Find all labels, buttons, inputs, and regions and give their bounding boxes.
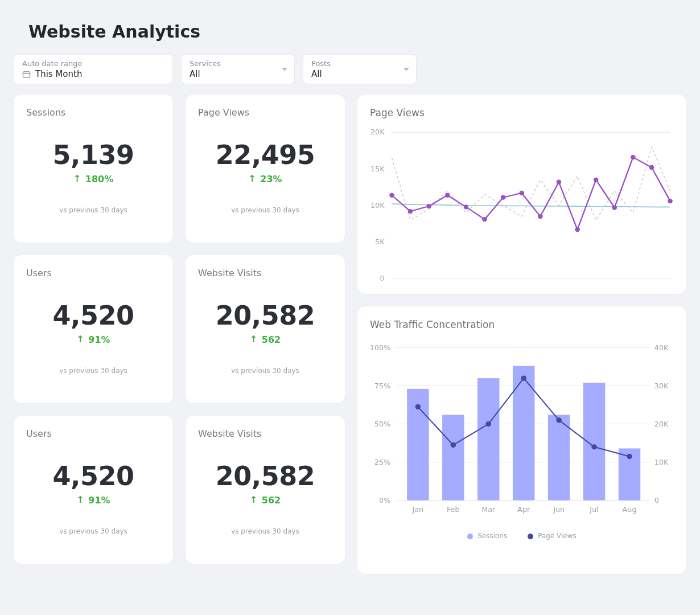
svg-point-53: [556, 417, 562, 423]
svg-text:Aug: Aug: [623, 505, 637, 514]
stat-value: 22,495: [198, 140, 332, 170]
stat-delta: ↑ 23%: [198, 174, 332, 184]
stat-card-website-visits: Website Visits 20,582 ↑ 562 vs previous …: [186, 255, 345, 403]
calendar-icon: [22, 70, 31, 79]
chart-title: Page Views: [370, 107, 674, 118]
stat-note: vs previous 30 days: [198, 206, 332, 214]
svg-rect-45: [513, 366, 534, 501]
svg-point-21: [575, 227, 580, 232]
svg-point-18: [519, 191, 524, 195]
stat-title: Users: [26, 268, 160, 278]
posts-value: All: [311, 69, 322, 79]
stat-note: vs previous 30 days: [26, 206, 160, 214]
arrow-up-icon: ↑: [76, 494, 84, 505]
services-value: All: [190, 69, 200, 79]
page-views-chart-card: Page Views 20K 15K 10K 5K 0: [357, 95, 686, 294]
svg-text:30K: 30K: [654, 382, 669, 390]
svg-point-55: [627, 454, 632, 459]
stats-grid: Sessions 5,139 ↑ 180% vs previous 30 day…: [14, 95, 345, 564]
svg-point-54: [591, 444, 597, 449]
stat-card-users: Users 4,520 ↑ 91% vs previous 30 days: [14, 255, 173, 403]
svg-point-50: [451, 442, 456, 448]
stat-value: 4,520: [26, 300, 160, 331]
svg-text:0: 0: [380, 274, 384, 283]
svg-text:Feb: Feb: [447, 505, 460, 514]
stat-value: 5,139: [26, 140, 160, 170]
svg-text:20K: 20K: [654, 420, 669, 428]
svg-point-12: [408, 209, 413, 214]
svg-point-22: [594, 178, 599, 182]
svg-text:10K: 10K: [654, 458, 669, 466]
svg-point-17: [501, 195, 506, 200]
svg-point-23: [612, 205, 617, 210]
date-range-label: Auto date range: [22, 59, 164, 68]
legend-swatch-icon: [467, 534, 473, 539]
svg-text:10K: 10K: [370, 201, 385, 210]
svg-text:50%: 50%: [374, 420, 390, 428]
svg-point-26: [668, 199, 673, 203]
svg-text:Jan: Jan: [411, 505, 423, 514]
svg-text:15K: 15K: [370, 165, 385, 173]
stat-card-page-views: Page Views 22,495 ↑ 23% vs previous 30 d…: [186, 95, 345, 243]
page-title: Website Analytics: [28, 22, 686, 42]
svg-text:0%: 0%: [379, 496, 390, 505]
filters-row: Auto date range This Month Services All …: [14, 54, 686, 84]
stat-card-website-visits-2: Website Visits 20,582 ↑ 562 vs previous …: [186, 416, 345, 564]
web-traffic-chart-card: Web Traffic Concentration 100% 75% 50% 2…: [357, 306, 686, 574]
arrow-up-icon: ↑: [248, 173, 256, 184]
stat-card-users-2: Users 4,520 ↑ 91% vs previous 30 days: [14, 416, 173, 564]
chevron-down-icon: [282, 68, 287, 71]
svg-point-49: [415, 404, 421, 409]
svg-point-15: [464, 204, 469, 209]
web-traffic-bar-chart: 100% 75% 50% 25% 0% 40K 30K 20K 10K: [370, 338, 674, 526]
stat-note: vs previous 30 days: [198, 367, 332, 375]
svg-rect-43: [442, 415, 464, 500]
svg-point-13: [426, 204, 431, 208]
svg-point-51: [485, 421, 491, 427]
svg-text:5K: 5K: [375, 237, 385, 246]
svg-text:Jun: Jun: [553, 505, 565, 514]
svg-point-19: [538, 214, 543, 219]
stat-title: Page Views: [198, 107, 332, 118]
svg-point-11: [389, 193, 394, 198]
svg-text:75%: 75%: [374, 382, 390, 390]
svg-rect-0: [23, 71, 30, 77]
posts-label: Posts: [311, 59, 408, 68]
svg-point-14: [445, 193, 450, 198]
svg-point-20: [557, 180, 562, 184]
stat-title: Website Visits: [198, 428, 332, 439]
svg-text:Apr: Apr: [517, 505, 530, 514]
page-views-line-chart: 20K 15K 10K 5K 0: [370, 126, 674, 292]
stat-value: 20,582: [198, 461, 332, 491]
stat-note: vs previous 30 days: [198, 527, 332, 535]
svg-point-52: [521, 375, 526, 380]
legend-item-sessions: Sessions: [467, 532, 507, 540]
posts-filter[interactable]: Posts All: [303, 54, 417, 84]
stat-delta: ↑ 180%: [26, 174, 160, 184]
svg-point-24: [631, 155, 636, 159]
svg-text:100%: 100%: [370, 343, 390, 352]
stat-value: 4,520: [26, 461, 160, 491]
arrow-up-icon: ↑: [76, 334, 84, 345]
date-range-value: This Month: [35, 69, 82, 79]
stat-title: Sessions: [26, 107, 160, 118]
chart-legend: Sessions Page Views: [370, 532, 674, 540]
stat-note: vs previous 30 days: [26, 527, 160, 535]
stat-title: Website Visits: [198, 268, 332, 278]
chevron-down-icon: [403, 68, 409, 71]
stat-delta: ↑ 562: [198, 334, 332, 345]
svg-text:40K: 40K: [654, 343, 669, 352]
svg-rect-44: [477, 378, 499, 501]
services-filter[interactable]: Services All: [181, 54, 295, 84]
stat-title: Users: [26, 428, 160, 439]
arrow-up-icon: ↑: [250, 494, 257, 505]
services-label: Services: [190, 59, 286, 68]
svg-text:Mar: Mar: [481, 505, 496, 514]
stat-note: vs previous 30 days: [26, 367, 160, 375]
date-range-filter[interactable]: Auto date range This Month: [14, 54, 173, 84]
svg-rect-46: [548, 415, 570, 500]
stat-delta: ↑ 91%: [26, 495, 160, 506]
legend-swatch-icon: [528, 534, 533, 539]
svg-point-16: [482, 217, 487, 222]
svg-text:20K: 20K: [370, 128, 385, 137]
